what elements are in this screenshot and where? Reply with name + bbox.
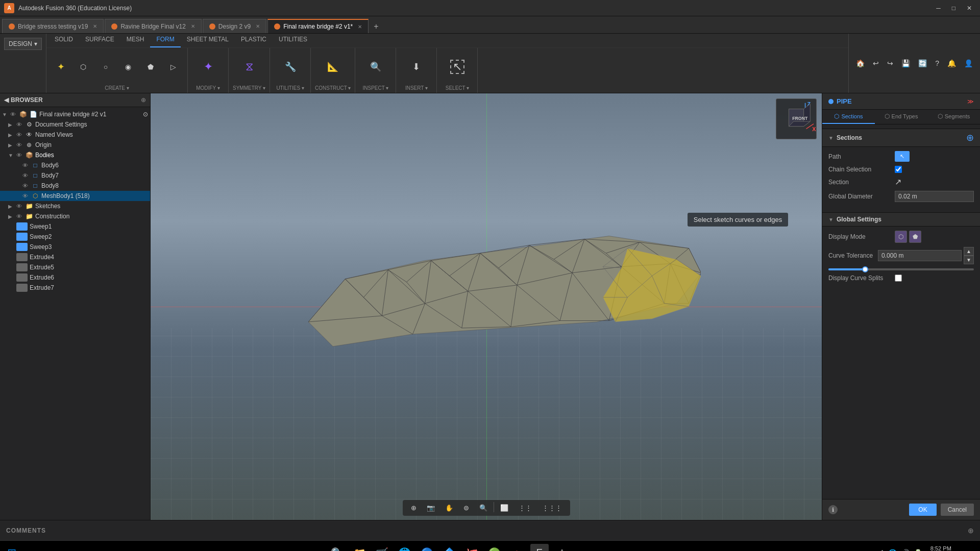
create-edge-btn[interactable]: ⬡: [73, 58, 93, 76]
close-button[interactable]: ✕: [963, 3, 976, 14]
construct-btn[interactable]: 📐: [323, 58, 343, 76]
tree-bodies[interactable]: ▼ 👁 📦 Bodies: [0, 150, 150, 160]
save-button[interactable]: 💾: [898, 58, 913, 69]
tab-close-button[interactable]: ✕: [93, 23, 97, 29]
cancel-button[interactable]: Cancel: [941, 504, 974, 516]
tray-battery[interactable]: 🔋: [913, 548, 923, 552]
design-dropdown[interactable]: DESIGN ▾: [4, 38, 42, 50]
tree-body6[interactable]: 👁 □ Body6: [0, 160, 150, 170]
tree-sweep1[interactable]: Sweep1: [0, 221, 150, 232]
tree-extrude7[interactable]: Extrude7: [0, 283, 150, 293]
visibility-icon[interactable]: 👁: [22, 162, 28, 168]
mode-tab-solid[interactable]: SOLID: [48, 34, 79, 47]
visibility-icon[interactable]: 👁: [10, 111, 16, 117]
tray-network[interactable]: 🌐: [887, 548, 898, 552]
create-box-btn[interactable]: ✦: [51, 58, 71, 76]
tab-close-button[interactable]: ✕: [256, 23, 260, 29]
comments-add-button[interactable]: ⊕: [968, 527, 974, 535]
visibility-icon[interactable]: 👁: [22, 172, 28, 179]
tray-volume[interactable]: 🔊: [900, 548, 911, 552]
refresh-button[interactable]: 🔄: [915, 58, 930, 69]
tree-extrude5[interactable]: Extrude5: [0, 262, 150, 272]
utilities-btn[interactable]: 🔧: [280, 58, 301, 76]
camera-btn[interactable]: 📷: [423, 502, 439, 514]
viewport[interactable]: Select sketch curves or edges Z X: [151, 93, 822, 520]
taskbar-chrome[interactable]: 🔵: [418, 544, 436, 552]
panel-tab-segments[interactable]: ⬡ Segments: [927, 110, 980, 124]
browser-pin-button[interactable]: ⊕: [141, 96, 146, 104]
chain-selection-checkbox[interactable]: [895, 166, 902, 173]
curve-tolerance-down[interactable]: ▼: [964, 256, 974, 264]
info-button[interactable]: ℹ: [828, 505, 838, 514]
path-select-button[interactable]: ↖: [895, 151, 910, 162]
mode-tab-sheetmetal[interactable]: SHEET METAL: [181, 34, 235, 47]
panel-expand-icon[interactable]: ≫: [967, 98, 974, 105]
taskbar-search[interactable]: 🔍: [328, 544, 347, 552]
taskbar-fusion[interactable]: F: [530, 544, 549, 552]
panel-tab-end-types[interactable]: ⬡ End Types: [875, 110, 927, 124]
tree-extrude4[interactable]: Extrude4: [0, 252, 150, 262]
create-torus-btn[interactable]: ⬟: [140, 58, 161, 76]
mode-tab-surface[interactable]: SURFACE: [79, 34, 120, 47]
mode-tab-form[interactable]: FORM: [150, 34, 180, 47]
tree-body8[interactable]: 👁 □ Body8: [0, 181, 150, 191]
tree-sweep2[interactable]: Sweep2: [0, 232, 150, 242]
undo-button[interactable]: ↩: [870, 58, 882, 69]
redo-button[interactable]: ↪: [884, 58, 896, 69]
ok-button[interactable]: OK: [909, 504, 936, 516]
visibility-icon[interactable]: 👁: [16, 203, 22, 209]
tab-close-button[interactable]: ✕: [191, 23, 195, 29]
new-tab-button[interactable]: +: [370, 20, 382, 33]
tab-final-ravine[interactable]: Final ravine bridge #2 v1* ✕: [267, 19, 369, 33]
tree-body7[interactable]: 👁 □ Body7: [0, 170, 150, 181]
home-button[interactable]: 🏠: [853, 58, 868, 69]
taskbar-edge[interactable]: 🌐: [396, 544, 414, 552]
view-cube[interactable]: Z X FRONT: [776, 98, 817, 139]
modify-btn[interactable]: ✦: [198, 58, 218, 76]
display-btn[interactable]: ⬜: [496, 502, 512, 514]
add-section-icon[interactable]: ⊕: [966, 132, 974, 143]
tree-construction[interactable]: ▶ 👁 📁 Construction: [0, 211, 150, 221]
orbit-btn[interactable]: ⊕: [407, 502, 421, 514]
global-diameter-input[interactable]: [895, 191, 974, 202]
mode-tab-utilities[interactable]: UTILITIES: [273, 34, 313, 47]
display-mode-icon-1[interactable]: ⬡: [895, 231, 907, 243]
create-cylinder-btn[interactable]: ○: [95, 58, 116, 76]
tree-sketches[interactable]: ▶ 👁 📁 Sketches: [0, 201, 150, 211]
visibility-icon[interactable]: 👁: [22, 193, 28, 199]
create-pipe-btn[interactable]: ▷: [163, 58, 183, 76]
tree-sweep3[interactable]: Sweep3: [0, 242, 150, 252]
taskbar-warning[interactable]: ⚠: [553, 544, 571, 552]
minimize-button[interactable]: ─: [932, 3, 945, 14]
taskbar-file-explorer[interactable]: 📁: [351, 544, 369, 552]
display-mode-icon-2[interactable]: ⬟: [909, 231, 921, 243]
user-button[interactable]: 👤: [961, 58, 976, 69]
maximize-button[interactable]: □: [948, 3, 960, 14]
curve-tolerance-input[interactable]: [878, 250, 962, 261]
tab-bridge-stresss[interactable]: Bridge stresss testing v19 ✕: [2, 19, 104, 33]
look-btn[interactable]: ⊚: [459, 502, 473, 514]
tree-doc-settings[interactable]: ▶ 👁 ⚙ Document Settings: [0, 119, 150, 130]
help-button[interactable]: ?: [932, 58, 942, 69]
insert-btn[interactable]: ⬇: [406, 58, 427, 76]
slider-thumb[interactable]: [862, 266, 868, 272]
mode-tab-plastic[interactable]: PLASTIC: [235, 34, 273, 47]
visibility-icon[interactable]: 👁: [16, 121, 22, 128]
visibility-icon[interactable]: 👁: [16, 142, 22, 148]
tray-arrow[interactable]: ^: [879, 548, 885, 552]
visibility-icon[interactable]: 👁: [16, 132, 22, 138]
curve-tolerance-up[interactable]: ▲: [964, 247, 974, 256]
visibility-icon[interactable]: 👁: [16, 213, 22, 219]
pan-btn[interactable]: ✋: [441, 502, 457, 514]
tree-origin[interactable]: ▶ 👁 ⊕ Origin: [0, 140, 150, 150]
taskbar-app3[interactable]: 🔺: [508, 544, 526, 552]
tree-named-views[interactable]: ▶ 👁 👁 Named Views: [0, 130, 150, 140]
curve-tolerance-slider[interactable]: [828, 268, 974, 270]
visibility-icon[interactable]: 👁: [22, 183, 28, 189]
start-button[interactable]: ⊞: [4, 543, 19, 552]
taskbar-app1[interactable]: 🐙: [463, 544, 481, 552]
mode-tab-mesh[interactable]: MESH: [120, 34, 151, 47]
symmetry-btn[interactable]: ⧖: [239, 58, 259, 76]
tab-ravine-bridge[interactable]: Ravine Bridge Final v12 ✕: [105, 19, 201, 33]
panel-tab-sections[interactable]: ⬡ Sections: [822, 110, 875, 124]
